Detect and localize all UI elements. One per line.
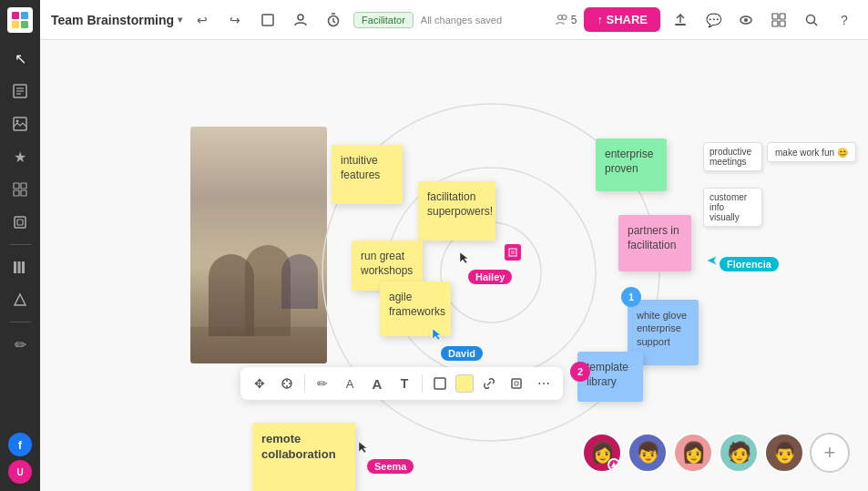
canvas[interactable]: intuitivefeatures facilitationsuperpower… bbox=[40, 40, 868, 491]
bt-div-2 bbox=[422, 374, 423, 393]
svg-rect-11 bbox=[21, 183, 26, 189]
sticky-enterprise-proven[interactable]: enterpriseproven bbox=[596, 138, 667, 191]
bt-text-large[interactable]: A bbox=[365, 372, 389, 395]
svg-rect-14 bbox=[15, 217, 26, 228]
svg-rect-18 bbox=[22, 261, 25, 273]
sidebar-divider-2 bbox=[9, 322, 31, 322]
circle-overlay bbox=[40, 40, 868, 491]
title-text: Team Brainstorming bbox=[51, 13, 174, 27]
document-title[interactable]: Team Brainstorming ▾ bbox=[51, 13, 182, 27]
export-button[interactable] bbox=[668, 7, 693, 33]
badge-1: 1 bbox=[621, 287, 641, 307]
svg-rect-49 bbox=[515, 382, 518, 385]
sidebar-divider-1 bbox=[9, 244, 31, 245]
undo-button[interactable]: ↩ bbox=[189, 7, 215, 33]
bt-text-tool[interactable]: T bbox=[393, 372, 416, 395]
bt-move[interactable]: ✥ bbox=[248, 372, 271, 395]
avatar-2[interactable]: 👦 bbox=[628, 433, 668, 473]
sticky-intuitive-features[interactable]: intuitivefeatures bbox=[332, 145, 403, 204]
avatar-1[interactable]: 👩 bbox=[582, 433, 622, 473]
sidebar-item-pen[interactable]: ✏ bbox=[5, 330, 35, 359]
bt-text-normal[interactable]: A bbox=[338, 372, 362, 395]
users-count: 5 bbox=[556, 14, 577, 26]
cursor-hailey: Hailey bbox=[459, 251, 470, 268]
svg-rect-10 bbox=[14, 183, 19, 189]
svg-rect-48 bbox=[512, 379, 521, 388]
redo-button[interactable]: ↪ bbox=[222, 7, 248, 33]
bt-rect[interactable] bbox=[428, 372, 452, 395]
bt-select[interactable] bbox=[275, 372, 299, 395]
facebook-icon[interactable]: f bbox=[8, 433, 32, 456]
bt-color-swatch[interactable] bbox=[455, 374, 474, 393]
sidebar-item-cursor[interactable]: ↖ bbox=[5, 44, 35, 73]
note-customer-info[interactable]: customer infovisually bbox=[703, 188, 762, 227]
sidebar-item-frame[interactable] bbox=[5, 208, 35, 237]
sticky-partners-facilitation[interactable]: partners infacilitation bbox=[618, 215, 691, 271]
sticky-facilitation-superpowers[interactable]: facilitationsuperpowers! bbox=[418, 181, 495, 240]
sidebar-item-star[interactable]: ★ bbox=[5, 142, 35, 171]
sticky-remote-collaboration[interactable]: remotecollaboration bbox=[252, 423, 355, 491]
cursor-seema: Seema bbox=[358, 441, 369, 457]
svg-rect-3 bbox=[21, 21, 28, 28]
svg-rect-31 bbox=[780, 14, 785, 19]
users-count-text: 5 bbox=[571, 14, 577, 26]
svg-rect-27 bbox=[675, 24, 686, 26]
bt-frame[interactable] bbox=[505, 372, 528, 395]
bt-pen[interactable]: ✏ bbox=[311, 372, 334, 395]
saved-status: All changes saved bbox=[421, 15, 502, 26]
svg-rect-8 bbox=[14, 118, 26, 130]
badge-2: 2 bbox=[570, 362, 590, 382]
svg-rect-2 bbox=[12, 21, 19, 28]
app-logo[interactable] bbox=[7, 7, 33, 33]
help-button[interactable]: ? bbox=[832, 7, 857, 33]
note-productive-meetings[interactable]: productivemeetings bbox=[703, 142, 762, 171]
view-button[interactable] bbox=[733, 7, 759, 33]
bt-more[interactable]: ⋯ bbox=[532, 372, 556, 395]
svg-rect-1 bbox=[21, 12, 28, 19]
user-avatar[interactable]: U bbox=[8, 460, 32, 484]
search-button[interactable] bbox=[799, 7, 824, 33]
svg-rect-33 bbox=[780, 21, 785, 26]
avatar-5[interactable]: 👨 bbox=[764, 433, 804, 473]
svg-point-28 bbox=[744, 18, 748, 22]
timer-button[interactable] bbox=[321, 7, 346, 33]
avatar-4[interactable]: 🧑 bbox=[719, 433, 759, 473]
svg-point-21 bbox=[298, 15, 303, 20]
svg-rect-12 bbox=[14, 190, 19, 196]
sidebar-item-grid[interactable] bbox=[5, 175, 35, 204]
svg-rect-16 bbox=[14, 261, 16, 273]
note-make-work-fun[interactable]: make work fun 😊 bbox=[767, 142, 856, 162]
svg-point-34 bbox=[807, 15, 815, 23]
facilitator-badge: Facilitator bbox=[353, 12, 414, 28]
avatar-row: 👩 👦 👩 🧑 👨 + bbox=[582, 433, 850, 473]
bt-link[interactable] bbox=[477, 372, 501, 395]
share-button[interactable]: ↑ SHARE bbox=[584, 7, 660, 32]
svg-line-35 bbox=[814, 22, 818, 26]
avatar-add-button[interactable]: + bbox=[810, 433, 850, 473]
svg-rect-15 bbox=[17, 220, 23, 225]
svg-rect-20 bbox=[262, 15, 273, 26]
main-area: Team Brainstorming ▾ ↩ ↪ Facilitator All… bbox=[40, 0, 868, 491]
bottom-toolbar: ✥ ✏ A A T ⋯ bbox=[240, 367, 563, 400]
svg-rect-0 bbox=[12, 12, 19, 19]
user-button[interactable] bbox=[288, 7, 313, 33]
title-chevron: ▾ bbox=[178, 15, 182, 25]
svg-rect-30 bbox=[772, 14, 778, 19]
sidebar-item-library[interactable] bbox=[5, 252, 35, 281]
svg-rect-39 bbox=[509, 249, 516, 256]
sidebar-item-shape[interactable] bbox=[5, 285, 35, 314]
board-button[interactable] bbox=[766, 7, 791, 33]
comment-button[interactable]: 💬 bbox=[700, 7, 726, 33]
avatar-3[interactable]: 👩 bbox=[673, 433, 713, 473]
svg-rect-13 bbox=[21, 190, 26, 196]
sticky-agile-frameworks[interactable]: agileframeworks bbox=[380, 281, 451, 336]
svg-rect-47 bbox=[434, 378, 445, 389]
sidebar: ↖ ★ ✏ f U bbox=[0, 0, 40, 491]
frame-button[interactable] bbox=[255, 7, 281, 33]
photo-inner bbox=[190, 127, 327, 363]
bt-div-1 bbox=[304, 374, 305, 393]
svg-rect-17 bbox=[18, 261, 21, 273]
sidebar-item-sticky[interactable] bbox=[5, 77, 35, 106]
svg-point-9 bbox=[16, 120, 19, 123]
sidebar-item-image[interactable] bbox=[5, 109, 35, 138]
